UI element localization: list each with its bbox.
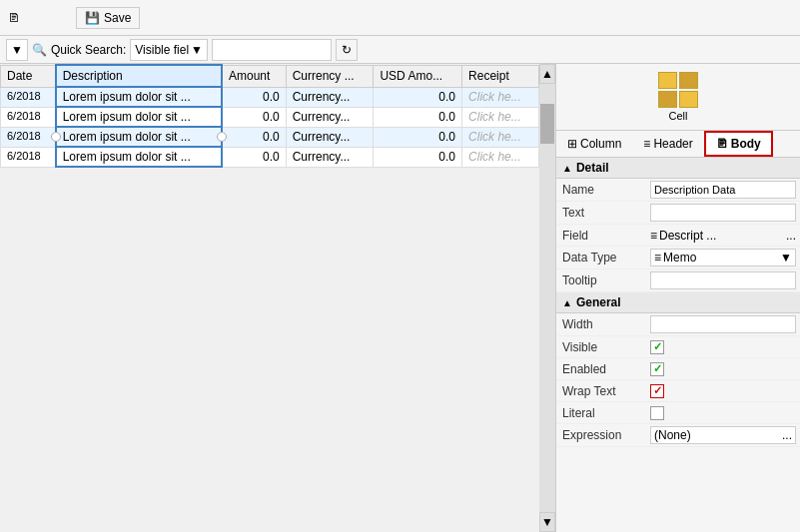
col-description: Description bbox=[56, 65, 222, 87]
tab-header[interactable]: ≡ Header bbox=[632, 131, 703, 157]
filter-dropdown[interactable]: ▼ bbox=[6, 39, 28, 61]
data-table: Date Description Amount Currency ... USD… bbox=[0, 64, 539, 168]
cell-tile-2 bbox=[679, 72, 698, 89]
cell-currency: Currency... bbox=[286, 127, 374, 147]
cell-receipt[interactable]: Click he... bbox=[462, 87, 539, 107]
grid-container[interactable]: Date Description Amount Currency ... USD… bbox=[0, 64, 539, 532]
tooltip-input[interactable] bbox=[650, 271, 796, 289]
memo-select[interactable]: ≡ Memo ▼ bbox=[650, 249, 796, 266]
scroll-up-button[interactable]: ▲ bbox=[539, 64, 555, 84]
properties-panel: ▲ Detail Name Text Field ≡ bbox=[556, 158, 800, 532]
body-icon: 🖹 bbox=[716, 137, 728, 151]
chevron-down-icon2: ▼ bbox=[191, 43, 203, 57]
expression-prop-value[interactable]: (None) ... bbox=[646, 424, 800, 446]
tab-column[interactable]: ⊞ Column bbox=[556, 131, 632, 157]
prop-name-row: Name bbox=[556, 179, 800, 202]
refresh-button[interactable]: ↻ bbox=[336, 39, 358, 61]
prop-expression-row: Expression (None) ... bbox=[556, 424, 800, 447]
name-prop-label: Name bbox=[556, 181, 646, 199]
expression-select[interactable]: (None) ... bbox=[650, 426, 796, 444]
tab-body[interactable]: 🖹 Body bbox=[704, 131, 773, 157]
wraptext-checkbox[interactable]: ✓ bbox=[650, 384, 664, 398]
tab-body-label: Body bbox=[731, 137, 761, 151]
cell-amount: 0.0 bbox=[222, 147, 286, 167]
visible-prop-value: ✓ bbox=[646, 338, 800, 356]
width-prop-label: Width bbox=[556, 315, 646, 333]
detail-chevron: ▲ bbox=[562, 163, 572, 174]
width-input[interactable] bbox=[650, 315, 796, 333]
scroll-down-button[interactable]: ▼ bbox=[539, 512, 555, 532]
table-row[interactable]: 6/2018 Lorem ipsum dolor sit ... 0.0 Cur… bbox=[1, 147, 539, 167]
grid-panel: Date Description Amount Currency ... USD… bbox=[0, 64, 555, 532]
cell-description: Lorem ipsum dolor sit ... bbox=[56, 87, 222, 107]
width-prop-value bbox=[646, 313, 800, 335]
field-list-icon: ≡ bbox=[650, 229, 657, 243]
scroll-track[interactable] bbox=[539, 84, 555, 512]
cell-amount: 0.0 bbox=[222, 87, 286, 107]
column-icon: ⊞ bbox=[567, 137, 577, 151]
field-text: Descript ... bbox=[659, 229, 716, 243]
field-value-display: ≡ Descript ... ... bbox=[650, 229, 796, 243]
field-prop-label: Field bbox=[556, 227, 646, 245]
cell-usd: 0.0 bbox=[374, 87, 462, 107]
quick-search-label: Quick Search: bbox=[51, 43, 126, 57]
visible-checkbox[interactable]: ✓ bbox=[650, 340, 664, 354]
cell-usd: 0.0 bbox=[374, 127, 462, 147]
search-label-area: 🔍 Quick Search: bbox=[32, 43, 126, 57]
cell-receipt[interactable]: Click he... bbox=[462, 127, 539, 147]
cell-currency: Currency... bbox=[286, 147, 374, 167]
expression-ellipsis: ... bbox=[782, 428, 792, 442]
text-prop-label: Text bbox=[556, 204, 646, 222]
table-row[interactable]: 6/2018 Lorem ipsum dolor sit ... 0.0 Cur… bbox=[1, 107, 539, 127]
save-button[interactable]: 💾 Save bbox=[76, 7, 140, 29]
cell-amount: 0.0 bbox=[222, 127, 286, 147]
cell-receipt[interactable]: Click he... bbox=[462, 107, 539, 127]
memo-icon: ≡ bbox=[654, 251, 661, 265]
prop-literal-row: Literal bbox=[556, 402, 800, 424]
header-icon: ≡ bbox=[643, 137, 650, 151]
text-input[interactable] bbox=[650, 204, 796, 222]
cell-usd: 0.0 bbox=[374, 107, 462, 127]
general-label: General bbox=[576, 295, 621, 309]
top-bar: 🖹 💾 Save bbox=[0, 0, 800, 36]
enabled-checkmark: ✓ bbox=[653, 362, 662, 375]
datatype-prop-value[interactable]: ≡ Memo ▼ bbox=[646, 247, 800, 268]
refresh-icon: ↻ bbox=[342, 43, 352, 57]
general-section-header: ▲ General bbox=[556, 292, 800, 313]
table-row[interactable]: 6/2018 Lorem ipsum dolor sit ... 0.0 Cur… bbox=[1, 87, 539, 107]
vertical-scrollbar[interactable]: ▲ ▼ bbox=[539, 64, 555, 532]
search-text-input[interactable] bbox=[212, 39, 332, 61]
resize-handle-left[interactable] bbox=[51, 132, 61, 142]
datatype-prop-label: Data Type bbox=[556, 249, 646, 266]
col-currency: Currency ... bbox=[286, 65, 374, 87]
literal-checkbox[interactable] bbox=[650, 406, 664, 420]
enabled-checkbox[interactable]: ✓ bbox=[650, 362, 664, 376]
cell-date: 6/2018 bbox=[1, 87, 56, 107]
cell-currency: Currency... bbox=[286, 107, 374, 127]
text-prop-value bbox=[646, 202, 800, 224]
prop-field-row: Field ≡ Descript ... ... bbox=[556, 225, 800, 247]
cell-description: Lorem ipsum dolor sit ... bbox=[56, 147, 222, 167]
memo-chevron: ▼ bbox=[780, 251, 792, 265]
tab-column-label: Column bbox=[580, 137, 621, 151]
cell-date: 6/2018 bbox=[1, 147, 56, 167]
name-input[interactable] bbox=[650, 181, 796, 199]
col-receipt: Receipt bbox=[462, 65, 539, 87]
col-amount: Amount bbox=[222, 65, 286, 87]
scroll-thumb[interactable] bbox=[540, 104, 554, 144]
cell-date: 6/2018 bbox=[1, 107, 56, 127]
cell-receipt[interactable]: Click he... bbox=[462, 147, 539, 167]
literal-prop-value bbox=[646, 404, 800, 422]
visible-field-dropdown[interactable]: Visible fiel ▼ bbox=[130, 39, 208, 61]
save-label: Save bbox=[104, 11, 131, 25]
field-prop-value[interactable]: ≡ Descript ... ... bbox=[646, 227, 800, 245]
cell-icon bbox=[658, 72, 698, 108]
cell-tile-4 bbox=[679, 91, 698, 108]
cell-label: Cell bbox=[669, 110, 688, 122]
table-row[interactable]: 6/2018 Lorem ipsum dolor sit ... 0.0 Cur… bbox=[1, 127, 539, 147]
detail-label: Detail bbox=[576, 161, 609, 175]
visible-prop-label: Visible bbox=[556, 338, 646, 356]
resize-handle-right[interactable] bbox=[217, 132, 227, 142]
visible-checkmark: ✓ bbox=[653, 340, 662, 353]
right-panel: Cell ⊞ Column ≡ Header 🖹 Body ▲ Detail bbox=[555, 64, 800, 532]
